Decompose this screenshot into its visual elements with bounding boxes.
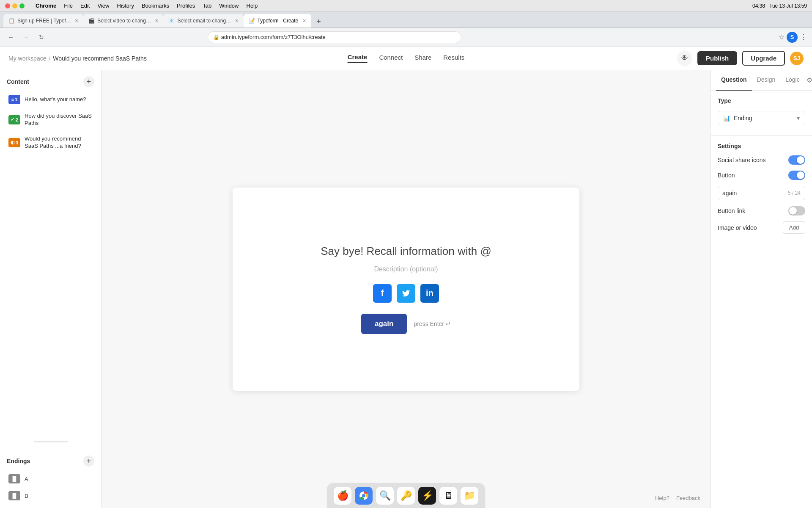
address-bar-input[interactable]: 🔒 admin.typeform.com/form/z7T3Olhu/creat… bbox=[208, 31, 461, 43]
image-video-row: Image or video Add bbox=[718, 221, 805, 234]
bar-chart-icon-a: ▐▌ bbox=[11, 476, 18, 482]
bookmark-star-icon[interactable]: ☆ bbox=[778, 33, 784, 41]
breadcrumb-workspace[interactable]: My workspace bbox=[8, 55, 46, 62]
forward-btn[interactable]: → bbox=[20, 31, 32, 43]
tab-select-video[interactable]: 🎬 Select video to change | Djang... × bbox=[83, 14, 163, 28]
tab-favicon: 📋 bbox=[8, 18, 15, 24]
tab-favicon: 📝 bbox=[249, 18, 255, 24]
sidebar-divider bbox=[34, 441, 68, 442]
toggle-knob-btn bbox=[797, 171, 804, 179]
ending-item-a[interactable]: ▐▌ A bbox=[3, 471, 98, 487]
linkedin-icon[interactable]: in bbox=[420, 284, 439, 303]
back-btn[interactable]: ← bbox=[5, 31, 17, 43]
tab-close-btn[interactable]: × bbox=[155, 17, 158, 24]
breadcrumb-separator: / bbox=[49, 55, 50, 62]
panel-tab-logic[interactable]: Logic bbox=[780, 70, 804, 91]
settings-section: Settings Social share icons Button again… bbox=[711, 135, 812, 240]
ending-label-b: B bbox=[25, 493, 28, 499]
menu-file[interactable]: File bbox=[64, 3, 73, 9]
panel-tab-design[interactable]: Design bbox=[752, 70, 781, 91]
question-item-1[interactable]: ≡ 1 Hello, what's your name? bbox=[3, 91, 98, 108]
add-ending-btn[interactable]: + bbox=[83, 456, 94, 467]
chrome-tabs-bar: 📋 Sign up FREE | Typeform × 🎬 Select vid… bbox=[0, 12, 812, 28]
button-toggle[interactable] bbox=[788, 171, 805, 180]
feedback-link[interactable]: Feedback bbox=[676, 495, 700, 501]
dock-finder-icon[interactable]: 🍎 bbox=[334, 487, 351, 505]
dock-terminal-icon[interactable]: 🖥 bbox=[439, 487, 457, 505]
menu-help[interactable]: Help bbox=[247, 3, 258, 9]
question-item-3[interactable]: ◐ 3 Would you recommend SaaS Paths ...a … bbox=[3, 132, 98, 153]
menu-history[interactable]: History bbox=[117, 3, 134, 9]
ending-label-a: A bbox=[25, 476, 28, 482]
tab-close-btn[interactable]: × bbox=[302, 17, 306, 24]
preview-btn[interactable]: 👁 bbox=[677, 51, 692, 66]
menu-window[interactable]: Window bbox=[219, 3, 239, 9]
social-share-toggle[interactable] bbox=[788, 155, 805, 165]
tab-typeform-signup[interactable]: 📋 Sign up FREE | Typeform × bbox=[3, 14, 83, 28]
button-link-label: Button link bbox=[718, 207, 788, 214]
badge-icon-3: ◐ bbox=[11, 140, 15, 145]
minimize-window-btn[interactable] bbox=[12, 3, 17, 8]
close-window-btn[interactable] bbox=[5, 3, 10, 8]
nav-create[interactable]: Create bbox=[348, 53, 368, 63]
chrome-profile-btn[interactable]: S bbox=[787, 32, 798, 43]
settings-gear-icon[interactable]: ⚙ bbox=[805, 70, 812, 90]
dock-bolt-icon[interactable]: ⚡ bbox=[418, 487, 436, 505]
toggle-knob bbox=[797, 156, 804, 164]
chrome-address-bar: ← → ↻ 🔒 admin.typeform.com/form/z7T3Olhu… bbox=[0, 28, 812, 47]
tab-select-email[interactable]: 📧 Select email to change | Djang... × bbox=[163, 14, 243, 28]
fullscreen-window-btn[interactable] bbox=[19, 3, 25, 8]
nav-results[interactable]: Results bbox=[443, 54, 464, 63]
dock-chrome-icon[interactable] bbox=[355, 487, 373, 505]
menu-view[interactable]: View bbox=[97, 3, 109, 9]
new-tab-btn[interactable]: + bbox=[313, 16, 325, 28]
cta-button[interactable]: again bbox=[361, 314, 407, 334]
button-link-toggle[interactable] bbox=[788, 206, 805, 215]
panel-tab-question[interactable]: Question bbox=[716, 70, 752, 91]
dock-search-icon[interactable]: 🔍 bbox=[376, 487, 394, 505]
question-text-3: Would you recommend SaaS Paths ...a frie… bbox=[25, 135, 93, 150]
twitter-icon[interactable] bbox=[397, 284, 415, 303]
app-header: My workspace / Would you recommend SaaS … bbox=[0, 47, 812, 70]
question-text-1: Hello, what's your name? bbox=[25, 96, 86, 103]
menu-chrome[interactable]: Chrome bbox=[36, 3, 56, 9]
question-item-2[interactable]: ✓ 2 How did you discover SaaS Paths bbox=[3, 109, 98, 130]
reload-btn[interactable]: ↻ bbox=[36, 31, 47, 43]
facebook-icon[interactable]: f bbox=[373, 284, 392, 303]
add-content-btn[interactable]: + bbox=[83, 76, 94, 87]
battery-time: 04:38 bbox=[752, 3, 765, 9]
tab-close-btn[interactable]: × bbox=[235, 17, 238, 24]
tab-typeform-create[interactable]: 📝 Typeform - Create × bbox=[244, 14, 311, 28]
ending-item-b[interactable]: ▐▌ B bbox=[3, 488, 98, 504]
form-preview-title[interactable]: Say bye! Recall information with @ bbox=[321, 245, 491, 258]
upgrade-button[interactable]: Upgrade bbox=[742, 51, 785, 66]
menu-bookmarks[interactable]: Bookmarks bbox=[142, 3, 169, 9]
ending-badge-a: ▐▌ bbox=[8, 474, 20, 483]
menu-tab[interactable]: Tab bbox=[203, 3, 211, 9]
nav-share[interactable]: Share bbox=[414, 54, 431, 63]
publish-button[interactable]: Publish bbox=[697, 51, 737, 65]
button-text-input-row: again 5 / 24 bbox=[718, 186, 805, 200]
menu-edit[interactable]: Edit bbox=[80, 3, 90, 9]
button-text-input[interactable]: again 5 / 24 bbox=[718, 186, 805, 200]
tab-title: Select video to change | Djang... bbox=[97, 18, 152, 24]
type-dropdown[interactable]: 📊 Ending ▾ bbox=[718, 111, 805, 125]
canvas-footer: Help? Feedback bbox=[655, 495, 700, 501]
nav-connect[interactable]: Connect bbox=[379, 54, 403, 63]
social-share-icons: f in bbox=[373, 284, 439, 303]
content-section-header: Content + bbox=[0, 70, 101, 91]
question-text-2: How did you discover SaaS Paths bbox=[25, 113, 93, 127]
help-link[interactable]: Help? bbox=[655, 495, 669, 501]
main-layout: Content + ≡ 1 Hello, what's your name? ✓… bbox=[0, 70, 812, 508]
menu-profiles[interactable]: Profiles bbox=[177, 3, 195, 9]
panel-tabs: Question Design Logic ⚙ bbox=[711, 70, 812, 91]
dock-keychain-icon[interactable]: 🔑 bbox=[397, 487, 415, 505]
form-preview-desc[interactable]: Description (optional) bbox=[374, 265, 438, 273]
macos-menu-bar: Chrome File Edit View History Bookmarks … bbox=[0, 0, 812, 12]
tab-close-btn[interactable]: × bbox=[75, 17, 78, 24]
traffic-lights bbox=[5, 3, 25, 8]
user-avatar[interactable]: SJ bbox=[790, 52, 804, 65]
chrome-more-icon[interactable]: ⋮ bbox=[800, 33, 807, 41]
add-media-btn[interactable]: Add bbox=[783, 221, 805, 234]
dock-files-icon[interactable]: 📁 bbox=[461, 487, 478, 505]
